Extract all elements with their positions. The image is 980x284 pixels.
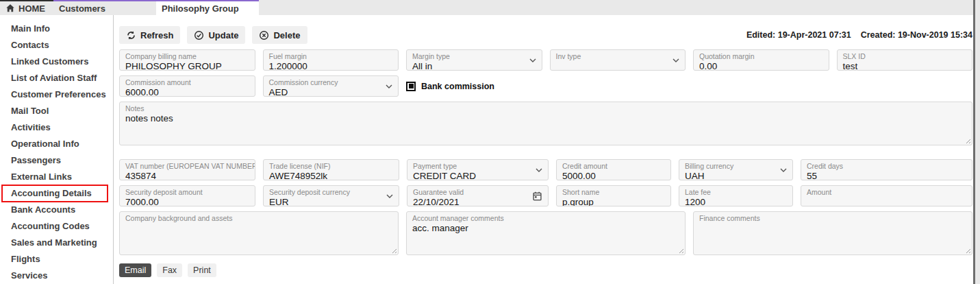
sidebar-item-activities[interactable]: Activities [0,119,113,136]
refresh-icon [126,30,136,40]
company-billing-name-field[interactable]: Company billing name PHILOSOPHY GROUP [119,49,255,71]
field-value: UAH [685,171,787,180]
sidebar-item-bank-accounts[interactable]: Bank Accounts [0,202,113,218]
update-button[interactable]: Update [187,26,245,44]
toolbar: Refresh Update [119,26,972,44]
refresh-button[interactable]: Refresh [119,26,180,44]
field-label: Commission amount [125,78,249,87]
checkbox-checked-mark [409,84,414,88]
billing-currency-select[interactable]: Billing currency UAH [679,159,793,180]
credit-days-field[interactable]: Credit days 55 [801,159,972,180]
sidebar-item-operational-info[interactable]: Operational Info [0,136,113,152]
commission-amount-field[interactable]: Commission amount 6000.00 [119,75,255,97]
field-value: 1200 [685,197,787,206]
field-value: CREDIT CARD [413,171,542,180]
resize-handle-icon[interactable] [964,247,970,253]
checkbox-box-icon [406,82,416,91]
field-label: Credit days [807,162,966,171]
field-label: Company billing name [125,52,249,61]
sidebar-item-flights[interactable]: Flights [0,251,113,268]
notes-textarea[interactable]: Notes notes notes [119,102,972,145]
refresh-button-label: Refresh [140,30,173,40]
edited-timestamp: Edited: 19-Apr-2021 07:31 [746,30,851,40]
sidebar-item-services[interactable]: Services [0,268,113,284]
print-button[interactable]: Print [188,263,216,277]
security-deposit-amount-field[interactable]: Security deposit amount 7000.00 [119,185,255,206]
delete-button-label: Delete [273,30,300,40]
calendar-icon[interactable] [532,191,542,201]
finance-comments-textarea[interactable]: Finance comments [693,211,972,255]
quotation-margin-field[interactable]: Quotation margin 0.00 [693,49,829,71]
field-value: 22/10/2021 [413,197,542,206]
sidebar-item-mail-tool[interactable]: Mail Tool [0,103,113,119]
chevron-down-icon [536,168,542,172]
sidebar-item-accounting-details[interactable]: Accounting Details [0,185,113,202]
credit-amount-field[interactable]: Credit amount 5000.00 [556,159,671,180]
margin-type-select[interactable]: Margin type All in [406,49,542,71]
inv-type-select[interactable]: Inv type [550,49,686,71]
top-tab-bar: HOME Customers Philosophy Group [0,0,980,15]
tab-philosophy-group[interactable]: Philosophy Group [156,0,259,15]
form-row-2: Commission amount 6000.00 Commission cur… [119,75,972,97]
field-label: Fuel margin [269,52,393,61]
resize-handle-icon[interactable] [390,247,397,253]
created-timestamp: Created: 19-Nov-2019 15:34 [861,30,972,40]
resize-handle-icon[interactable] [964,137,970,143]
sidebar-item-list-of-aviation-staff[interactable]: List of Aviation Staff [0,70,113,86]
check-circle-icon [194,30,204,40]
guarantee-valid-date-field[interactable]: Guarantee valid 22/10/2021 [407,185,549,206]
tab-label: Philosophy Group [162,3,239,14]
commission-currency-select[interactable]: Commission currency AED [263,75,399,97]
field-label: Trade license (NIF) [269,162,393,171]
fax-button[interactable]: Fax [157,263,182,277]
field-value: 5000.00 [562,171,665,180]
late-fee-field[interactable]: Late fee 1200 [679,185,793,206]
short-name-field[interactable]: Short name p.group [556,185,671,206]
resize-handle-icon[interactable] [677,247,683,253]
field-value: acc. manager [412,223,679,233]
trade-license-field[interactable]: Trade license (NIF) AWE748952lk [263,159,399,180]
sidebar-item-linked-customers[interactable]: Linked Customers [0,54,113,70]
field-value: 1.200000 [269,61,393,71]
tab-home[interactable]: HOME [0,0,53,15]
field-value: 7000.00 [125,197,249,206]
field-value: 55 [807,171,966,180]
slx-id-field[interactable]: SLX ID test [837,49,973,71]
content-panel: Refresh Update [114,15,980,284]
bank-commission-label: Bank commission [421,82,494,91]
field-value: AED [269,87,393,97]
account-manager-comments-textarea[interactable]: Account manager comments acc. manager [406,211,686,255]
payment-type-select[interactable]: Payment type CREDIT CARD [407,159,549,180]
field-value: All in [412,61,536,71]
sidebar-item-main-info[interactable]: Main Info [0,21,113,37]
form-row-3: VAT number (EUROPEAN VAT NUMBER) 435874 … [119,159,972,180]
field-value: p.group [562,197,665,206]
sidebar-item-contacts[interactable]: Contacts [0,37,113,54]
amount-field[interactable]: Amount [801,185,972,206]
sidebar-item-external-links[interactable]: External Links [0,169,113,185]
tab-customers[interactable]: Customers [53,0,156,15]
fuel-margin-field[interactable]: Fuel margin 1.200000 [263,49,399,71]
form-row-notes: Notes notes notes [119,102,972,145]
sidebar-item-customer-preferences[interactable]: Customer Preferences [0,86,113,103]
email-button[interactable]: Email [119,263,151,277]
field-value: test [843,61,967,71]
field-label: Payment type [413,162,542,171]
sidebar-item-passengers[interactable]: Passengers [0,152,113,169]
sidebar-item-accounting-codes[interactable]: Accounting Codes [0,218,113,235]
sidebar: Main Info Contacts Linked Customers List… [0,15,114,284]
tab-label: HOME [18,3,45,14]
app-window: HOME Customers Philosophy Group Main Inf… [0,0,980,284]
chevron-down-icon [673,58,679,62]
field-label: Inv type [556,52,680,61]
form-row-4: Security deposit amount 7000.00 Security… [119,185,972,206]
field-label: Short name [562,188,665,197]
company-background-textarea[interactable]: Company background and assets [119,211,399,255]
form-row-5: Company background and assets Account ma… [119,211,972,255]
sidebar-item-sales-and-marketing[interactable]: Sales and Marketing [0,235,113,251]
security-deposit-currency-select[interactable]: Security deposit currency EUR [263,185,399,206]
vat-number-field[interactable]: VAT number (EUROPEAN VAT NUMBER) 435874 [119,159,255,180]
delete-button[interactable]: Delete [252,26,307,44]
bank-commission-checkbox[interactable]: Bank commission [406,82,542,91]
field-label: Guarantee valid [413,188,542,197]
